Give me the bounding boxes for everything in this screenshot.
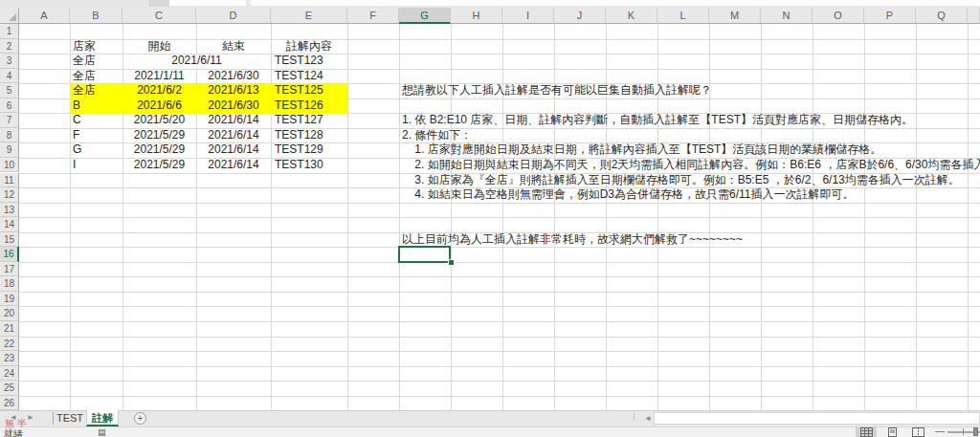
tab-zhujie-active[interactable]: 註解 — [86, 410, 119, 426]
horizontal-scrollbar[interactable] — [654, 412, 980, 425]
row-header-3[interactable]: 3 — [0, 54, 19, 69]
row-header-20[interactable]: 20 — [0, 306, 19, 321]
fill-handle[interactable] — [448, 259, 455, 266]
table-row-shop[interactable]: C — [73, 113, 122, 128]
row-header-17[interactable]: 17 — [0, 262, 19, 277]
row-header-2[interactable]: 2 — [0, 39, 19, 55]
table-row-note[interactable]: TEST129 — [275, 142, 347, 158]
row-header-12[interactable]: 12 — [0, 187, 19, 203]
table-row-start[interactable]: 2021/1/11 — [122, 69, 196, 84]
zoom-out-button[interactable]: — — [935, 426, 945, 436]
column-header-P[interactable]: P — [864, 8, 916, 24]
table-row-start[interactable]: 2021/6/2 — [122, 83, 196, 98]
table-header-shop[interactable]: 店家 — [73, 39, 122, 55]
column-header-Q[interactable]: Q — [916, 8, 968, 24]
hscroll-left-icon[interactable]: ◄ — [644, 414, 652, 423]
table-row-note[interactable]: TEST126 — [275, 98, 347, 114]
row-header-15[interactable]: 15 — [0, 232, 19, 248]
table-row-note[interactable]: TEST125 — [275, 83, 347, 98]
row-header-22[interactable]: 22 — [0, 337, 19, 352]
row-header-25[interactable]: 25 — [0, 381, 19, 396]
column-header-E[interactable]: E — [271, 8, 347, 24]
table-row-end[interactable]: 2021/6/14 — [196, 142, 271, 158]
column-header-K[interactable]: K — [606, 8, 657, 24]
page-layout-view-button[interactable] — [881, 426, 902, 437]
zoom-slider-thumb[interactable] — [973, 427, 978, 436]
column-header-B[interactable]: B — [70, 8, 122, 24]
table-row-shop[interactable]: G — [73, 142, 122, 158]
table-row-end[interactable]: 2021/6/14 — [196, 158, 271, 173]
column-header-F[interactable]: F — [347, 8, 399, 24]
row-header-21[interactable]: 21 — [0, 321, 19, 337]
column-header-I[interactable]: I — [502, 8, 554, 24]
note-cell-G12[interactable]: 4. 如結束日為空格則無需理會，例如D3為合併儲存格，故只需6/11插入一次註解… — [402, 187, 854, 203]
note-cell-G10[interactable]: 2. 如開始日期與結束日期為不同天，則2天均需插入相同註解內容。例如：B6:E6… — [402, 158, 980, 173]
table-row-end[interactable]: 2021/6/30 — [196, 98, 271, 114]
table-row-shop[interactable]: 全店 — [73, 69, 122, 84]
row-header-10[interactable]: 10 — [0, 158, 19, 173]
table-row-end[interactable]: 2021/6/13 — [196, 83, 271, 98]
row-header-5[interactable]: 5 — [0, 83, 19, 98]
column-header-N[interactable]: N — [761, 8, 813, 24]
new-sheet-button[interactable]: + — [134, 412, 146, 425]
table-row-start[interactable]: 2021/5/20 — [122, 113, 196, 128]
table-row-shop[interactable]: I — [73, 158, 122, 173]
table-row-note[interactable]: TEST124 — [275, 69, 347, 84]
row-header-26[interactable]: 26 — [0, 396, 19, 411]
table-row-end[interactable]: 2021/6/14 — [196, 113, 271, 128]
tab-test[interactable]: TEST — [55, 410, 85, 426]
row-header-7[interactable]: 7 — [0, 113, 19, 128]
table-row-start[interactable]: 2021/5/29 — [122, 142, 196, 158]
row-header-9[interactable]: 9 — [0, 142, 19, 158]
column-header-H[interactable]: H — [451, 8, 502, 24]
row-header-24[interactable]: 24 — [0, 366, 19, 382]
row-header-18[interactable]: 18 — [0, 276, 19, 292]
note-cell-G8[interactable]: 2. 條件如下： — [402, 128, 472, 143]
table-row-note[interactable]: TEST127 — [275, 113, 347, 128]
sheet-grid[interactable]: ABCDEFGHIJKLMNOPQ12345678910111213141516… — [0, 0, 980, 410]
row-header-13[interactable]: 13 — [0, 203, 19, 218]
select-all-button[interactable] — [0, 8, 19, 24]
table-row-start[interactable]: 2021/5/29 — [122, 158, 196, 173]
row-header-14[interactable]: 14 — [0, 217, 19, 232]
note-cell-G15[interactable]: 以上目前均為人工插入註解非常耗時，故求網大們解救了~~~~~~~~ — [402, 232, 743, 248]
table-row-end[interactable]: 2021/6/14 — [196, 128, 271, 143]
table-row-shop[interactable]: 全店 — [73, 54, 122, 69]
accessibility-icon[interactable]: ▤ — [98, 427, 106, 437]
note-cell-G11[interactable]: 3. 如店家為『全店』則將註解插入至日期欄儲存格即可。例如：B5:E5 ，於6/… — [402, 173, 960, 188]
table-row-shop[interactable]: F — [73, 128, 122, 143]
row-header-4[interactable]: 4 — [0, 69, 19, 84]
table-row-start[interactable]: 2021/5/29 — [122, 128, 196, 143]
table-row-note[interactable]: TEST128 — [275, 128, 347, 143]
row-header-23[interactable]: 23 — [0, 351, 19, 366]
row-header-6[interactable]: 6 — [0, 98, 19, 114]
table-row-end[interactable]: 2021/6/30 — [196, 69, 271, 84]
tab-splitter-icon[interactable]: ⁞ — [633, 412, 635, 424]
table-row-shop[interactable]: B — [73, 98, 122, 114]
note-cell-G5[interactable]: 想請教以下人工插入註解是否有可能以巨集自動插入註解呢？ — [402, 83, 712, 98]
note-cell-G9[interactable]: 1. 店家對應開始日期及結束日期，將註解內容插入至【TEST】活頁該日期的業績欄… — [402, 142, 881, 158]
column-header-O[interactable]: O — [813, 8, 864, 24]
table-row-note[interactable]: TEST130 — [275, 158, 347, 173]
page-break-view-button[interactable] — [907, 426, 928, 437]
row-header-19[interactable]: 19 — [0, 292, 19, 307]
table-header-start[interactable]: 開始 — [122, 39, 196, 55]
row-header-8[interactable]: 8 — [0, 128, 19, 143]
table-row-start-merged[interactable]: 2021/6/11 — [122, 54, 271, 69]
column-header-L[interactable]: L — [657, 8, 709, 24]
column-header-C[interactable]: C — [122, 8, 196, 24]
column-header-partial[interactable] — [968, 8, 980, 24]
table-header-end[interactable]: 結束 — [196, 39, 271, 55]
row-header-11[interactable]: 11 — [0, 173, 19, 188]
table-row-note[interactable]: TEST123 — [275, 54, 347, 69]
column-header-G[interactable]: G — [399, 8, 451, 24]
column-header-A[interactable]: A — [19, 8, 70, 24]
note-cell-G7[interactable]: 1. 依 B2:E10 店家、日期、註解內容判斷，自動插入註解至【TEST】活頁… — [402, 113, 913, 128]
table-row-start[interactable]: 2021/6/6 — [122, 98, 196, 114]
column-header-M[interactable]: M — [709, 8, 761, 24]
table-header-note[interactable]: 註解內容 — [271, 39, 347, 55]
row-header-16[interactable]: 16 — [0, 247, 19, 262]
column-header-J[interactable]: J — [554, 8, 606, 24]
table-row-shop[interactable]: 全店 — [73, 83, 122, 98]
column-header-D[interactable]: D — [196, 8, 271, 24]
